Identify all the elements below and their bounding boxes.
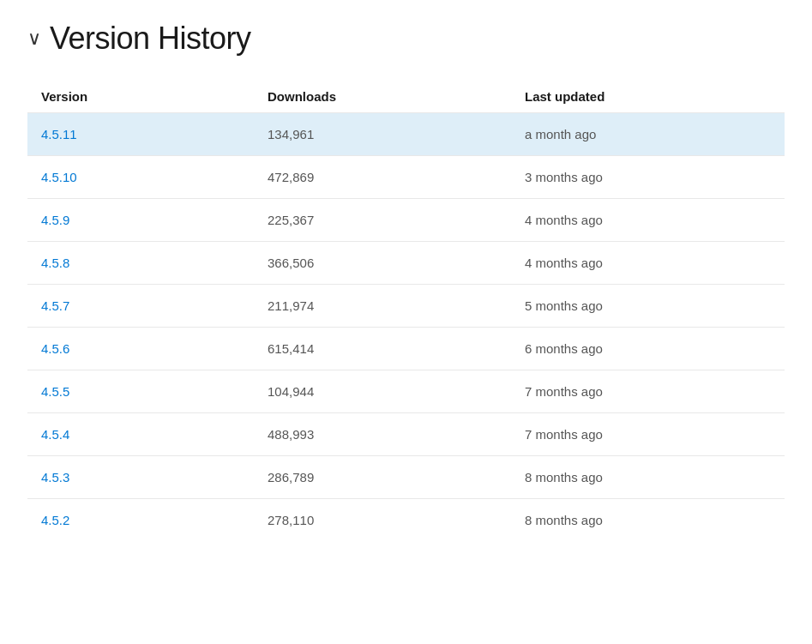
last-updated-cell: 3 months ago — [525, 156, 785, 199]
table-row: 4.5.7211,9745 months ago — [27, 285, 785, 328]
version-link[interactable]: 4.5.6 — [41, 341, 69, 356]
table-row: 4.5.9225,3674 months ago — [27, 199, 785, 242]
version-link[interactable]: 4.5.3 — [41, 470, 69, 485]
version-link[interactable]: 4.5.10 — [41, 170, 77, 184]
last-updated-cell: 7 months ago — [525, 413, 785, 456]
table-row: 4.5.11134,961a month ago — [27, 113, 785, 156]
downloads-cell: 488,993 — [268, 413, 525, 456]
downloads-cell: 615,414 — [268, 328, 525, 370]
page-title: Version History — [50, 21, 251, 57]
last-updated-cell: 4 months ago — [525, 199, 785, 242]
last-updated-cell: 5 months ago — [525, 285, 785, 328]
version-cell: 4.5.6 — [27, 328, 268, 370]
column-header-last-updated: Last updated — [525, 81, 785, 113]
column-header-version: Version — [27, 81, 268, 113]
downloads-cell: 366,506 — [268, 242, 525, 285]
table-row: 4.5.4488,9937 months ago — [27, 413, 785, 456]
version-link[interactable]: 4.5.9 — [41, 213, 69, 227]
last-updated-cell: 8 months ago — [525, 456, 785, 499]
version-link[interactable]: 4.5.5 — [41, 384, 69, 399]
version-cell: 4.5.9 — [27, 199, 268, 242]
collapse-icon[interactable]: ∨ — [27, 27, 41, 50]
last-updated-cell: 7 months ago — [525, 370, 785, 413]
page-header: ∨ Version History — [27, 21, 785, 57]
table-row: 4.5.8366,5064 months ago — [27, 242, 785, 285]
downloads-cell: 472,869 — [268, 156, 525, 199]
last-updated-cell: a month ago — [525, 113, 785, 156]
table-header-row: Version Downloads Last updated — [27, 81, 785, 113]
last-updated-cell: 4 months ago — [525, 242, 785, 285]
last-updated-cell: 6 months ago — [525, 328, 785, 370]
version-history-table: Version Downloads Last updated 4.5.11134… — [27, 81, 785, 541]
version-link[interactable]: 4.5.2 — [41, 513, 69, 527]
downloads-cell: 134,961 — [268, 113, 525, 156]
version-cell: 4.5.10 — [27, 156, 268, 199]
table-row: 4.5.2278,1108 months ago — [27, 499, 785, 542]
version-cell: 4.5.3 — [27, 456, 268, 499]
last-updated-cell: 8 months ago — [525, 499, 785, 542]
version-link[interactable]: 4.5.7 — [41, 298, 69, 313]
downloads-cell: 104,944 — [268, 370, 525, 413]
table-row: 4.5.6615,4146 months ago — [27, 328, 785, 370]
version-link[interactable]: 4.5.8 — [41, 256, 69, 270]
version-cell: 4.5.5 — [27, 370, 268, 413]
table-row: 4.5.3286,7898 months ago — [27, 456, 785, 499]
table-row: 4.5.10472,8693 months ago — [27, 156, 785, 199]
downloads-cell: 286,789 — [268, 456, 525, 499]
downloads-cell: 225,367 — [268, 199, 525, 242]
table-row: 4.5.5104,9447 months ago — [27, 370, 785, 413]
version-cell: 4.5.8 — [27, 242, 268, 285]
downloads-cell: 278,110 — [268, 499, 525, 542]
version-cell: 4.5.4 — [27, 413, 268, 456]
version-cell: 4.5.2 — [27, 499, 268, 542]
version-link[interactable]: 4.5.11 — [41, 127, 77, 141]
downloads-cell: 211,974 — [268, 285, 525, 328]
column-header-downloads: Downloads — [268, 81, 525, 113]
version-cell: 4.5.11 — [27, 113, 268, 156]
version-link[interactable]: 4.5.4 — [41, 427, 69, 442]
version-cell: 4.5.7 — [27, 285, 268, 328]
